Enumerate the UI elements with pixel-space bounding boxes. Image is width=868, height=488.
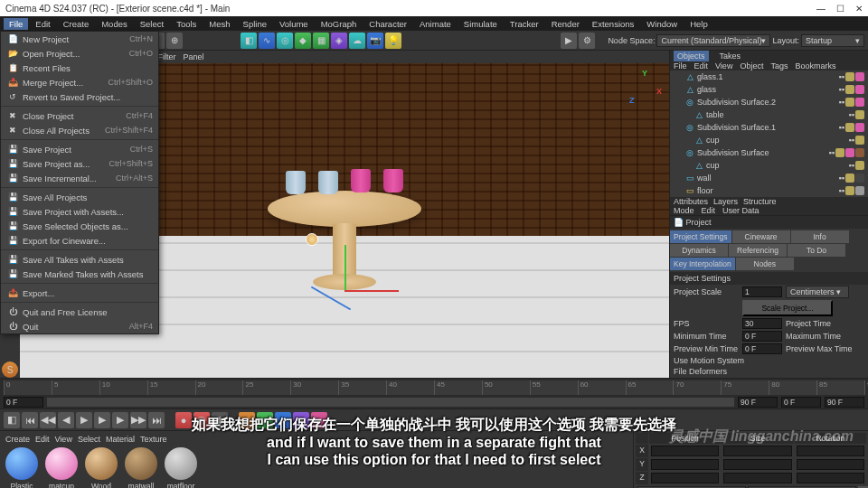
file-menu-save-project-with-assets-[interactable]: 💾Save Project with Assets...	[1, 204, 158, 219]
play-back-icon[interactable]: ▶	[76, 412, 92, 428]
attr-menu-edit[interactable]: Edit	[702, 206, 716, 215]
attr-tab-attributes[interactable]: Attributes	[674, 197, 708, 206]
menu-select[interactable]: Select	[135, 18, 169, 30]
menu-modes[interactable]: Modes	[96, 18, 133, 30]
menu-tracker[interactable]: Tracker	[505, 18, 544, 30]
record-icon[interactable]: ●	[175, 412, 192, 428]
file-menu-new-project[interactable]: 📄New ProjectCtrl+N	[1, 32, 158, 46]
file-menu-export-for-cineware-[interactable]: 💾Export for Cineware...	[1, 233, 158, 248]
object-row[interactable]: △glass▪▪	[670, 83, 868, 96]
file-menu-save-selected-objects-as-[interactable]: 💾Save Selected Objects as...	[1, 219, 158, 233]
key-pla-icon[interactable]: ●	[311, 412, 327, 428]
file-menu-save-project-as-[interactable]: 💾Save Project as...Ctrl+Shift+S	[1, 156, 158, 171]
object-row[interactable]: ◎Subdivision Surface.2▪▪	[670, 96, 868, 108]
obj-menu-object[interactable]: Object	[740, 61, 763, 70]
object-manager[interactable]: △glass.1▪▪ △glass▪▪ ◎Subdivision Surface…	[670, 70, 868, 197]
coord-Z-2[interactable]	[797, 473, 864, 483]
next-key-icon[interactable]: ▶▶	[130, 412, 146, 428]
file-menu-quit[interactable]: ⏻QuitAlt+F4	[1, 319, 158, 333]
next-frame-icon[interactable]: ▶	[112, 412, 128, 428]
file-menu-save-marked-takes-with-assets[interactable]: 💾Save Marked Takes with Assets	[1, 267, 158, 281]
file-menu-open-project-[interactable]: 📂Open Project...Ctrl+O	[1, 46, 158, 61]
material-matcup[interactable]: matcup	[43, 447, 80, 488]
mat-menu-edit[interactable]: Edit	[35, 435, 50, 444]
menu-extensions[interactable]: Extensions	[587, 18, 639, 30]
menu-mesh[interactable]: Mesh	[203, 18, 235, 30]
coord-Z-0[interactable]	[651, 473, 719, 483]
file-menu-save-all-projects[interactable]: 💾Save All Projects	[1, 190, 158, 204]
menu-animate[interactable]: Animate	[414, 18, 457, 30]
viewport-axis-widget[interactable]: Y X Z	[626, 70, 662, 107]
material-matwall[interactable]: matwall	[123, 447, 159, 488]
cube-primitive-icon[interactable]: ◧	[241, 33, 257, 49]
object-row[interactable]: ▭floor▪▪	[670, 184, 868, 197]
timeline-max-field[interactable]	[825, 397, 864, 408]
layout-dropdown[interactable]: Startup▾	[801, 34, 864, 47]
camera-icon[interactable]: 📷	[367, 33, 383, 49]
tab-takes[interactable]: Takes	[716, 51, 745, 61]
obj-menu-edit[interactable]: Edit	[694, 61, 709, 70]
minimize-button[interactable]: —	[816, 4, 826, 14]
attr-btn-info[interactable]: Info	[791, 230, 849, 243]
key-pos-icon[interactable]: ●	[239, 412, 255, 428]
attr-btn-cineware[interactable]: Cineware	[732, 230, 790, 243]
menu-mograph[interactable]: MoGraph	[316, 18, 363, 30]
material-wood[interactable]: Wood	[83, 447, 119, 488]
timeline-min-field[interactable]	[781, 397, 821, 408]
file-menu-quit-and-free-license[interactable]: ⏻Quit and Free License	[1, 305, 158, 319]
object-row[interactable]: △cup▪▪	[670, 134, 868, 146]
coord-Y-1[interactable]	[723, 459, 791, 470]
attr-btn-key-interpolation[interactable]: Key Interpolation	[670, 258, 735, 270]
field-icon[interactable]: ▦	[313, 33, 329, 49]
timeline-end-field[interactable]	[738, 397, 778, 408]
key-rot-icon[interactable]: ●	[275, 412, 291, 428]
environment-icon[interactable]: ☁	[349, 33, 365, 49]
prev-frame-icon[interactable]: ◀	[58, 412, 74, 428]
autokey-icon[interactable]: ◉	[193, 412, 210, 428]
object-row[interactable]: △glass.1▪▪	[670, 70, 868, 83]
file-menu-recent-files[interactable]: 📋Recent Files	[1, 61, 158, 75]
attr-btn-nodes[interactable]: Nodes	[736, 258, 794, 270]
object-row[interactable]: ◎Subdivision Surface.1▪▪	[670, 121, 868, 134]
symmetry-icon[interactable]: S	[2, 361, 18, 378]
obj-menu-bookmarks[interactable]: Bookmarks	[795, 61, 835, 70]
material-plastic[interactable]: Plastic	[4, 447, 40, 488]
file-menu-save-incremental-[interactable]: 💾Save Incremental...Ctrl+Alt+S	[1, 171, 158, 185]
attr-btn-project-settings[interactable]: Project Settings	[670, 230, 731, 243]
mat-menu-create[interactable]: Create	[5, 435, 30, 444]
coord-X-2[interactable]	[797, 446, 864, 456]
obj-menu-view[interactable]: View	[715, 61, 732, 70]
mat-menu-select[interactable]: Select	[78, 435, 100, 444]
maximize-button[interactable]: ☐	[836, 4, 844, 14]
object-row[interactable]: △table▪▪	[670, 108, 868, 121]
key-scale-icon[interactable]: ●	[257, 412, 273, 428]
subdivision-icon[interactable]: ◎	[277, 33, 293, 49]
coord-Z-1[interactable]	[723, 473, 791, 483]
obj-menu-file[interactable]: File	[674, 61, 687, 70]
scale-project-button[interactable]: Scale Project...	[742, 300, 833, 316]
obj-menu-tags[interactable]: Tags	[770, 61, 788, 70]
spline-icon[interactable]: ∿	[259, 33, 275, 49]
file-menu-export-[interactable]: 📤Export...	[1, 286, 158, 300]
mat-menu-texture[interactable]: Texture	[140, 435, 167, 444]
prev-key-icon[interactable]: ◀◀	[40, 412, 56, 428]
menu-render[interactable]: Render	[546, 18, 585, 30]
tab-objects[interactable]: Objects	[674, 51, 709, 61]
object-row[interactable]: △cup▪▪	[670, 159, 868, 172]
menu-simulate[interactable]: Simulate	[458, 18, 503, 30]
file-menu-merge-project-[interactable]: 📥Merge Project...Ctrl+Shift+O	[1, 75, 158, 89]
menu-volume[interactable]: Volume	[274, 18, 314, 30]
goto-end-icon[interactable]: ⏭	[148, 412, 165, 428]
viewport-menu-panel[interactable]: Panel	[183, 52, 203, 61]
marker-icon[interactable]: ◧	[4, 412, 20, 428]
play-icon[interactable]: ▶	[94, 412, 110, 428]
material-matfloor[interactable]: matfloor	[163, 447, 199, 488]
menu-file[interactable]: File	[4, 18, 28, 30]
keyframe-sel-icon[interactable]: ◆	[212, 412, 228, 428]
deformer-icon[interactable]: ◈	[331, 33, 347, 49]
coord-X-1[interactable]	[723, 446, 791, 456]
coord-X-0[interactable]	[651, 446, 719, 456]
menu-edit[interactable]: Edit	[30, 18, 55, 30]
object-row[interactable]: ◎Subdivision Surface▪▪	[670, 146, 868, 159]
menu-character[interactable]: Character	[363, 18, 412, 30]
